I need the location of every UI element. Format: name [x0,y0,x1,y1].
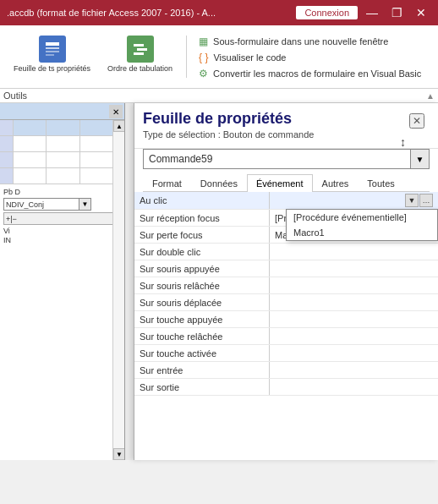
props-row-label: Sur double clic [134,244,270,260]
props-row-value [270,277,438,293]
ordre-tabulation-icon [127,36,154,63]
props-build-btn[interactable]: … [419,194,433,207]
title-bar: .accdb (format de fichier Access 2007 - … [0,0,438,25]
table-row: Sur souris appuyée [134,260,438,277]
props-row-value: ▼…[Procédure événementielle]Macro1 [270,192,438,209]
props-row-label: Sur sortie [134,379,270,395]
main-area: ✕ [0,103,438,460]
table-row: Sur touche relâchée [134,328,438,345]
props-panel-header: Feuille de propriétés ✕ ↕ Type de sélect… [134,103,438,149]
props-subtitle: Type de sélection : Bouton de commande [143,129,430,140]
props-row-label: Sur touche activée [134,345,270,361]
props-row-label: Sur perte focus [134,227,270,243]
ribbon: Feuille de ts propriétés Ordre de tabula… [0,25,438,89]
minimize-button[interactable]: — [361,5,383,20]
props-selector-text: Commande59 [144,151,410,167]
tab-evenement[interactable]: Événement [247,174,313,192]
svg-rect-5 [137,48,147,51]
connexion-button[interactable]: Connexion [296,6,358,19]
convertir-macros-button[interactable]: ⚙ Convertir les macros de formulaire en … [194,66,426,81]
visualiser-code-icon: { } [199,52,208,63]
props-row-label: Sur souris déplacée [134,294,270,310]
props-row-value [270,328,438,344]
convertir-macros-label: Convertir les macros de formulaire en Vi… [213,68,421,79]
vertical-scrollbar[interactable]: ▲ ▼ [112,120,124,460]
props-tabs: Format Données Événement Autres Toutes [143,174,430,192]
props-subtitle-prefix: Type de sélection : [143,129,223,140]
props-selector-dropdown-btn[interactable]: ▼ [410,150,429,168]
table-row: Sur touche appuyée [134,311,438,328]
props-subtitle-value: Bouton de commande [223,129,315,140]
props-row-value [270,260,438,277]
visualiser-code-button[interactable]: { } Visualiser le code [194,50,426,65]
svg-rect-2 [46,51,59,52]
dropdown-popup-item[interactable]: Macro1 [287,225,437,240]
outils-label: Outils [3,90,27,101]
plus-ctrl-icon[interactable]: +|− [6,215,17,223]
table-row: Sur touche activée [134,345,438,362]
form-toolbar-row: +|− [3,212,121,225]
ribbon-items: Feuille de ts propriétés Ordre de tabula… [7,29,431,81]
ordre-tabulation-button[interactable]: Ordre de tabulation [101,32,179,77]
scroll-up-btn[interactable]: ▲ [113,120,125,132]
props-row-label: Sur entrée [134,362,270,378]
props-row-label: Sur souris relâchée [134,277,270,293]
close-button[interactable]: ✕ [411,5,431,20]
ribbon-separator [186,36,187,78]
props-row-label: Sur réception focus [134,210,270,226]
svg-rect-6 [134,52,144,55]
feuille-proprietes-icon [39,36,66,63]
convertir-macros-icon: ⚙ [199,68,208,79]
tab-format[interactable]: Format [143,174,191,192]
maximize-button[interactable]: ❐ [386,5,408,20]
form-input-field[interactable]: NDIV_Conj [3,198,79,211]
props-panel-close-button[interactable]: ✕ [409,113,424,129]
scroll-track[interactable] [113,132,124,448]
props-row-label: Au clic [134,192,270,209]
table-row: Sur souris relâchée [134,277,438,294]
props-row-label: Sur touche relâchée [134,328,270,344]
props-dropdown-btn[interactable]: ▼ [405,194,419,207]
props-row-label: Sur souris appuyée [134,260,270,277]
feuille-proprietes-button[interactable]: Feuille de ts propriétés [7,32,97,77]
props-row-value [270,345,438,361]
form-editor-close-button[interactable]: ✕ [109,105,123,118]
svg-rect-0 [46,42,59,46]
props-row-label: Sur touche appuyée [134,311,270,327]
tab-toutes[interactable]: Toutes [358,174,403,192]
table-row: Sur souris déplacée [134,294,438,311]
title-bar-left: .accdb (format de fichier Access 2007 - … [7,8,216,18]
ordre-tabulation-label: Ordre de tabulation [107,64,172,74]
props-row-value [270,294,438,310]
visualiser-code-label: Visualiser le code [213,52,286,63]
title-bar-right: Connexion — ❐ ✕ [296,5,431,20]
table-row: Sur double clic [134,244,438,260]
properties-panel: Feuille de propriétés ✕ ↕ Type de sélect… [134,103,438,460]
sous-formulaire-button[interactable]: ▦ Sous-formulaire dans une nouvelle fenê… [194,34,426,49]
scroll-down-btn[interactable]: ▼ [113,448,125,460]
props-row-controls: ▼… [405,194,433,207]
form-input-dropdown-btn[interactable]: ▼ [79,198,91,211]
form-input-ndiv: NDIV_Conj [6,200,44,209]
svg-rect-1 [46,47,59,49]
props-table: Au clic▼…[Procédure événementielle]Macro… [134,192,438,460]
props-selector: Commande59 ▼ [143,149,430,169]
props-panel-title: Feuille de propriétés [143,110,430,128]
props-sort-button[interactable]: ↕ [400,135,406,149]
props-row-value [270,362,438,378]
form-blue-band [0,103,124,120]
dropdown-popup: [Procédure événementielle]Macro1 [286,209,438,241]
app-title: .accdb (format de fichier Access 2007 - … [7,8,216,18]
svg-rect-4 [134,44,144,47]
sous-formulaire-icon: ▦ [199,36,208,47]
table-row: Sur sortie [134,379,438,396]
form-editor: ✕ [0,103,125,460]
tab-donnees[interactable]: Données [191,174,247,192]
tab-autres[interactable]: Autres [313,174,359,192]
form-label-vi: Vi [3,227,121,235]
table-row: Au clic▼…[Procédure événementielle]Macro… [134,192,438,210]
dropdown-popup-item[interactable]: [Procédure événementielle] [287,210,437,225]
svg-rect-3 [46,54,54,56]
outils-chevron-icon[interactable]: ▲ [426,91,435,101]
outils-bar: Outils ▲ [0,89,438,103]
